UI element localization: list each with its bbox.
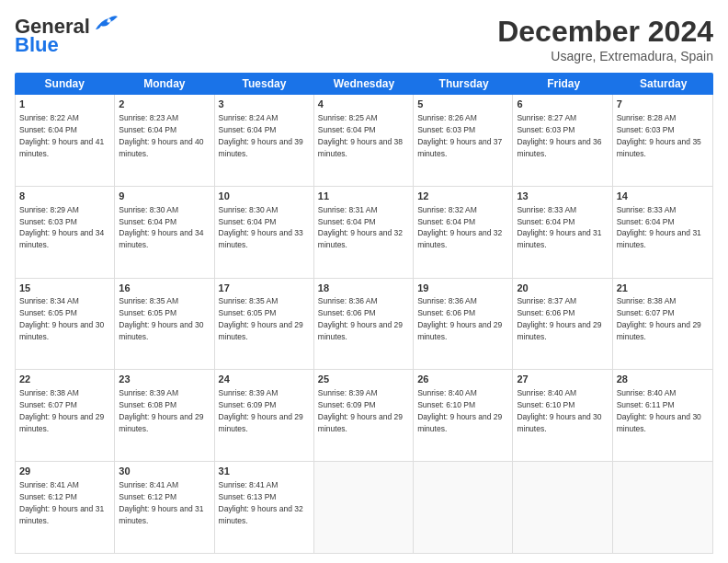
day-info: Sunrise: 8:31 AM Sunset: 6:04 PM Dayligh… [318,205,403,250]
location: Usagre, Extremadura, Spain [497,49,713,63]
table-row: 30Sunrise: 8:41 AM Sunset: 6:12 PM Dayli… [115,462,214,553]
table-row [314,462,414,553]
day-number: 20 [517,282,608,295]
header-saturday: Saturday [613,73,713,95]
calendar-row: 29Sunrise: 8:41 AM Sunset: 6:12 PM Dayli… [16,462,712,553]
day-number: 13 [517,190,608,203]
day-info: Sunrise: 8:25 AM Sunset: 6:04 PM Dayligh… [318,113,403,158]
table-row: 7Sunrise: 8:28 AM Sunset: 6:03 PM Daylig… [613,95,712,186]
header: General Blue December 2024 Usagre, Extre… [15,15,713,63]
title-block: December 2024 Usagre, Extremadura, Spain [497,15,713,63]
table-row: 28Sunrise: 8:40 AM Sunset: 6:11 PM Dayli… [613,370,712,461]
table-row: 21Sunrise: 8:38 AM Sunset: 6:07 PM Dayli… [613,279,712,370]
day-number: 30 [119,465,210,478]
day-info: Sunrise: 8:39 AM Sunset: 6:09 PM Dayligh… [318,388,403,433]
day-number: 24 [219,373,310,386]
day-number: 18 [318,282,409,295]
day-info: Sunrise: 8:40 AM Sunset: 6:10 PM Dayligh… [417,388,502,433]
table-row: 12Sunrise: 8:32 AM Sunset: 6:04 PM Dayli… [414,187,513,278]
table-row: 15Sunrise: 8:34 AM Sunset: 6:05 PM Dayli… [16,279,115,370]
day-info: Sunrise: 8:40 AM Sunset: 6:10 PM Dayligh… [517,388,601,433]
calendar-row: 22Sunrise: 8:38 AM Sunset: 6:07 PM Dayli… [16,370,712,462]
table-row: 25Sunrise: 8:39 AM Sunset: 6:09 PM Dayli… [314,370,414,461]
header-wednesday: Wednesday [314,73,415,95]
day-info: Sunrise: 8:38 AM Sunset: 6:07 PM Dayligh… [19,388,104,433]
day-info: Sunrise: 8:35 AM Sunset: 6:05 PM Dayligh… [119,296,203,341]
day-number: 3 [219,98,310,111]
day-number: 5 [417,98,508,111]
table-row: 13Sunrise: 8:33 AM Sunset: 6:04 PM Dayli… [513,187,612,278]
table-row: 3Sunrise: 8:24 AM Sunset: 6:04 PM Daylig… [215,95,314,186]
table-row: 6Sunrise: 8:27 AM Sunset: 6:03 PM Daylig… [513,95,612,186]
page: General Blue December 2024 Usagre, Extre… [0,0,728,563]
table-row: 19Sunrise: 8:36 AM Sunset: 6:06 PM Dayli… [414,279,513,370]
logo: General Blue [15,15,118,57]
table-row: 18Sunrise: 8:36 AM Sunset: 6:06 PM Dayli… [314,279,414,370]
day-number: 14 [617,190,709,203]
table-row: 4Sunrise: 8:25 AM Sunset: 6:04 PM Daylig… [314,95,414,186]
table-row: 26Sunrise: 8:40 AM Sunset: 6:10 PM Dayli… [414,370,513,461]
day-info: Sunrise: 8:37 AM Sunset: 6:06 PM Dayligh… [517,296,601,341]
header-monday: Monday [115,73,215,95]
day-number: 2 [119,98,210,111]
calendar: Sunday Monday Tuesday Wednesday Thursday… [15,73,713,554]
table-row: 10Sunrise: 8:30 AM Sunset: 6:04 PM Dayli… [215,187,314,278]
day-info: Sunrise: 8:29 AM Sunset: 6:03 PM Dayligh… [19,205,104,250]
day-number: 16 [119,282,210,295]
table-row: 14Sunrise: 8:33 AM Sunset: 6:04 PM Dayli… [613,187,712,278]
day-info: Sunrise: 8:38 AM Sunset: 6:07 PM Dayligh… [617,296,701,341]
day-number: 25 [318,373,409,386]
day-number: 21 [617,282,709,295]
day-info: Sunrise: 8:34 AM Sunset: 6:05 PM Dayligh… [19,296,104,341]
day-info: Sunrise: 8:41 AM Sunset: 6:12 PM Dayligh… [19,480,104,525]
day-info: Sunrise: 8:26 AM Sunset: 6:03 PM Dayligh… [417,113,502,158]
header-sunday: Sunday [15,73,115,95]
table-row [414,462,513,553]
day-number: 22 [19,373,110,386]
month-title: December 2024 [497,15,713,49]
day-info: Sunrise: 8:30 AM Sunset: 6:04 PM Dayligh… [119,205,203,250]
day-number: 1 [19,98,110,111]
calendar-body: 1Sunrise: 8:22 AM Sunset: 6:04 PM Daylig… [15,95,713,554]
table-row: 31Sunrise: 8:41 AM Sunset: 6:13 PM Dayli… [215,462,314,553]
day-info: Sunrise: 8:40 AM Sunset: 6:11 PM Dayligh… [617,388,701,433]
table-row: 1Sunrise: 8:22 AM Sunset: 6:04 PM Daylig… [16,95,115,186]
table-row: 29Sunrise: 8:41 AM Sunset: 6:12 PM Dayli… [16,462,115,553]
calendar-row: 15Sunrise: 8:34 AM Sunset: 6:05 PM Dayli… [16,279,712,371]
day-info: Sunrise: 8:36 AM Sunset: 6:06 PM Dayligh… [318,296,403,341]
day-number: 29 [19,465,110,478]
header-friday: Friday [514,73,614,95]
day-info: Sunrise: 8:22 AM Sunset: 6:04 PM Dayligh… [19,113,104,158]
day-info: Sunrise: 8:30 AM Sunset: 6:04 PM Dayligh… [219,205,303,250]
day-info: Sunrise: 8:33 AM Sunset: 6:04 PM Dayligh… [617,205,701,250]
table-row: 5Sunrise: 8:26 AM Sunset: 6:03 PM Daylig… [414,95,513,186]
table-row: 24Sunrise: 8:39 AM Sunset: 6:09 PM Dayli… [215,370,314,461]
day-number: 17 [219,282,310,295]
day-info: Sunrise: 8:32 AM Sunset: 6:04 PM Dayligh… [417,205,502,250]
table-row: 17Sunrise: 8:35 AM Sunset: 6:05 PM Dayli… [215,279,314,370]
table-row: 27Sunrise: 8:40 AM Sunset: 6:10 PM Dayli… [513,370,612,461]
day-number: 7 [617,98,709,111]
day-number: 4 [318,98,409,111]
table-row: 23Sunrise: 8:39 AM Sunset: 6:08 PM Dayli… [115,370,214,461]
day-number: 23 [119,373,210,386]
day-info: Sunrise: 8:33 AM Sunset: 6:04 PM Dayligh… [517,205,601,250]
day-number: 19 [417,282,508,295]
table-row [513,462,612,553]
day-info: Sunrise: 8:23 AM Sunset: 6:04 PM Dayligh… [119,113,203,158]
table-row: 2Sunrise: 8:23 AM Sunset: 6:04 PM Daylig… [115,95,214,186]
calendar-row: 8Sunrise: 8:29 AM Sunset: 6:03 PM Daylig… [16,187,712,279]
day-info: Sunrise: 8:39 AM Sunset: 6:08 PM Dayligh… [119,388,203,433]
day-number: 28 [617,373,709,386]
table-row: 8Sunrise: 8:29 AM Sunset: 6:03 PM Daylig… [16,187,115,278]
day-number: 10 [219,190,310,203]
day-info: Sunrise: 8:41 AM Sunset: 6:13 PM Dayligh… [219,480,303,525]
day-number: 8 [19,190,110,203]
table-row: 20Sunrise: 8:37 AM Sunset: 6:06 PM Dayli… [513,279,612,370]
header-tuesday: Tuesday [214,73,314,95]
day-number: 11 [318,190,409,203]
table-row: 9Sunrise: 8:30 AM Sunset: 6:04 PM Daylig… [115,187,214,278]
day-number: 27 [517,373,608,386]
calendar-header: Sunday Monday Tuesday Wednesday Thursday… [15,73,713,95]
day-number: 15 [19,282,110,295]
